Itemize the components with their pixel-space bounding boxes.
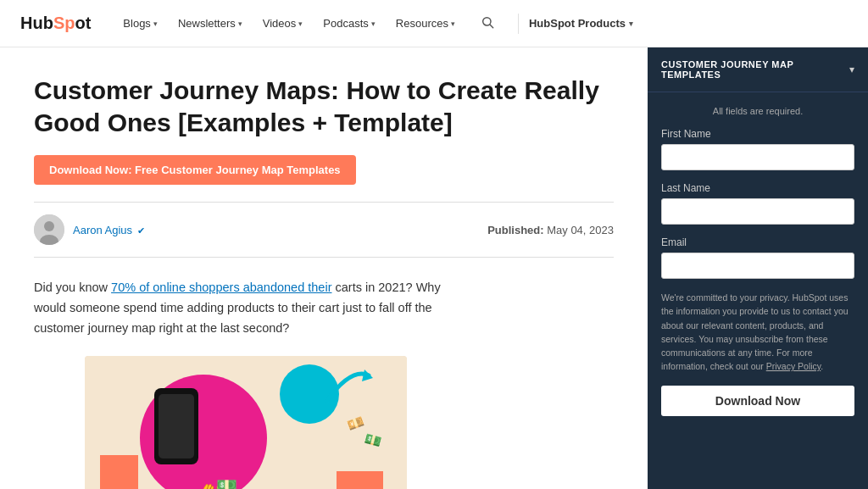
nav-podcasts-label: Podcasts [323, 17, 368, 30]
nav-hubspot-products[interactable]: HubSpot Products ▾ [529, 17, 633, 30]
form-group-firstname: First Name [661, 128, 854, 170]
nav-newsletters-label: Newsletters [178, 17, 236, 30]
article-title: Customer Journey Maps: How to Create Rea… [34, 75, 614, 138]
nav-videos[interactable]: Videos ▾ [254, 12, 312, 35]
image-phone [154, 388, 198, 464]
article-link[interactable]: 70% of online shoppers abandoned their [111, 281, 331, 294]
svg-marker-5 [362, 370, 373, 381]
nav-blogs-chevron: ▾ [153, 19, 158, 28]
author-info: Aaron Agius ✔ [34, 214, 145, 245]
nav-blogs[interactable]: Blogs ▾ [114, 12, 166, 35]
sidebar-form: All fields are required. First Name Last… [648, 92, 868, 430]
sidebar-chevron-icon: ▾ [849, 64, 854, 75]
nav-videos-label: Videos [263, 17, 297, 30]
nav-blogs-label: Blogs [123, 17, 151, 30]
nav-podcasts-chevron: ▾ [371, 19, 376, 28]
avatar [34, 214, 64, 245]
form-group-email: Email [661, 236, 854, 279]
author-row: Aaron Agius ✔ Published: May 04, 2023 [34, 202, 614, 258]
image-money-icon: 💵 [216, 475, 237, 489]
navbar: HubSpot Blogs ▾ Newsletters ▾ Videos ▾ P… [0, 0, 868, 47]
privacy-policy-link[interactable]: Privacy Policy [766, 361, 821, 371]
author-verified-icon: ✔ [137, 225, 145, 236]
publish-date: Published: May 04, 2023 [487, 224, 614, 236]
main-content: Customer Journey Maps: How to Create Rea… [0, 47, 648, 489]
sidebar-header: CUSTOMER JOURNEY MAP TEMPLATES ▾ [648, 47, 868, 92]
logo[interactable]: HubSpot [20, 14, 91, 33]
nav-hubspot-products-chevron: ▾ [629, 19, 633, 28]
image-rect-orange-right [337, 471, 383, 489]
first-name-label: First Name [661, 128, 854, 140]
nav-videos-chevron: ▾ [298, 19, 303, 28]
sidebar: CUSTOMER JOURNEY MAP TEMPLATES ▾ All fie… [648, 47, 868, 489]
search-icon[interactable] [481, 15, 494, 32]
nav-resources-label: Resources [396, 17, 448, 30]
nav-newsletters-chevron: ▾ [238, 19, 242, 28]
image-arrow-svg [318, 363, 377, 409]
nav-newsletters[interactable]: Newsletters ▾ [170, 12, 251, 35]
last-name-input[interactable] [661, 198, 854, 225]
article-download-button[interactable]: Download Now: Free Customer Journey Map … [34, 155, 356, 185]
logo-text: HubSpot [20, 14, 91, 33]
form-privacy-text: We're committed to your privacy. HubSpot… [661, 291, 854, 374]
publish-date-value: May 04, 2023 [547, 224, 614, 236]
nav-hubspot-products-label: HubSpot Products [529, 17, 626, 30]
svg-line-1 [490, 25, 493, 28]
nav-divider [518, 14, 519, 34]
sidebar-download-button[interactable]: Download Now [661, 386, 854, 416]
sidebar-title: CUSTOMER JOURNEY MAP TEMPLATES [661, 59, 849, 80]
email-label: Email [661, 236, 854, 248]
nav-resources[interactable]: Resources ▾ [387, 12, 464, 35]
article-image: 🤲 💵 💴 💵 [85, 356, 407, 489]
page-layout: Customer Journey Maps: How to Create Rea… [0, 47, 868, 489]
last-name-label: Last Name [661, 182, 854, 194]
form-group-lastname: Last Name [661, 182, 854, 225]
image-rect-orange-left [100, 455, 138, 489]
nav-resources-chevron: ▾ [451, 19, 455, 28]
form-required-note: All fields are required. [661, 106, 854, 116]
first-name-input[interactable] [661, 144, 854, 170]
article-body: Did you know 70% of online shoppers aban… [34, 278, 441, 339]
nav-podcasts[interactable]: Podcasts ▾ [314, 12, 383, 35]
publish-label: Published: [487, 224, 543, 236]
nav-links: Blogs ▾ Newsletters ▾ Videos ▾ Podcasts … [114, 12, 848, 35]
author-name[interactable]: Aaron Agius ✔ [73, 224, 145, 236]
email-input[interactable] [661, 253, 854, 279]
svg-point-3 [44, 221, 54, 231]
